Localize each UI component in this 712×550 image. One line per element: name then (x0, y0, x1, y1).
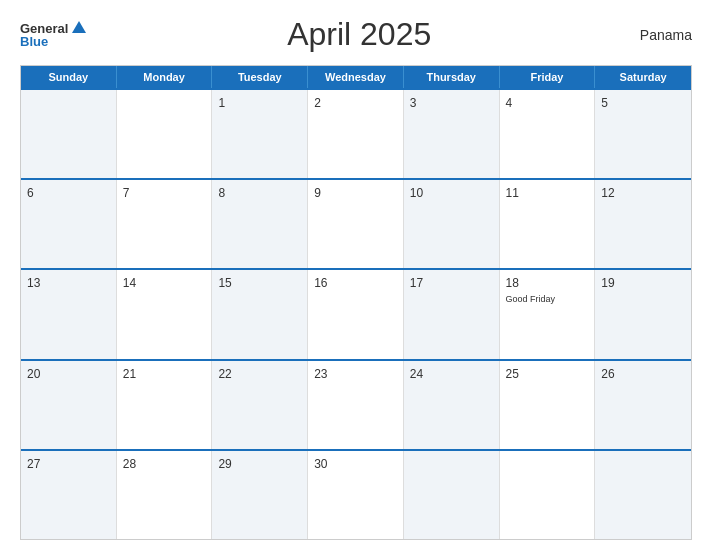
cell-w1-d7: 5 (595, 90, 691, 178)
cell-date-w2-d1: 6 (27, 185, 34, 202)
cell-date-w3-d7: 19 (601, 275, 614, 292)
cell-date-w4-d6: 25 (506, 366, 519, 383)
cell-w2-d3: 8 (212, 180, 308, 268)
cell-w5-d7 (595, 451, 691, 539)
cell-w5-d2: 28 (117, 451, 213, 539)
cell-w1-d4: 2 (308, 90, 404, 178)
col-sunday: Sunday (21, 66, 117, 88)
cell-w2-d6: 11 (500, 180, 596, 268)
calendar-week-3: 131415161718Good Friday19 (21, 268, 691, 358)
cell-w2-d1: 6 (21, 180, 117, 268)
col-monday: Monday (117, 66, 213, 88)
col-saturday: Saturday (595, 66, 691, 88)
calendar-week-2: 6789101112 (21, 178, 691, 268)
cell-date-w1-d7: 5 (601, 95, 608, 112)
col-thursday: Thursday (404, 66, 500, 88)
cell-w4-d4: 23 (308, 361, 404, 449)
logo-triangle-icon (72, 21, 86, 33)
col-friday: Friday (500, 66, 596, 88)
calendar-week-5: 27282930 (21, 449, 691, 539)
cell-date-w4-d2: 21 (123, 366, 136, 383)
header: General Blue April 2025 Panama (20, 16, 692, 53)
cell-date-w2-d3: 8 (218, 185, 225, 202)
cell-w1-d3: 1 (212, 90, 308, 178)
cell-date-w4-d7: 26 (601, 366, 614, 383)
cell-w4-d6: 25 (500, 361, 596, 449)
cell-w4-d3: 22 (212, 361, 308, 449)
logo: General Blue (20, 21, 86, 48)
cell-event-w3-d6: Good Friday (506, 294, 556, 306)
cell-date-w1-d6: 4 (506, 95, 513, 112)
cell-date-w2-d4: 9 (314, 185, 321, 202)
cell-w5-d6 (500, 451, 596, 539)
cell-w1-d1 (21, 90, 117, 178)
cell-date-w2-d2: 7 (123, 185, 130, 202)
cell-date-w4-d1: 20 (27, 366, 40, 383)
cell-w5-d3: 29 (212, 451, 308, 539)
cell-date-w3-d4: 16 (314, 275, 327, 292)
cell-w3-d4: 16 (308, 270, 404, 358)
cell-w1-d6: 4 (500, 90, 596, 178)
cell-date-w4-d5: 24 (410, 366, 423, 383)
cell-w4-d7: 26 (595, 361, 691, 449)
cell-w1-d5: 3 (404, 90, 500, 178)
cell-w2-d5: 10 (404, 180, 500, 268)
cell-date-w1-d4: 2 (314, 95, 321, 112)
country-label: Panama (632, 27, 692, 43)
cell-date-w2-d6: 11 (506, 185, 519, 202)
page: General Blue April 2025 Panama Sunday Mo… (0, 0, 712, 550)
cell-w3-d5: 17 (404, 270, 500, 358)
cell-date-w4-d3: 22 (218, 366, 231, 383)
calendar: Sunday Monday Tuesday Wednesday Thursday… (20, 65, 692, 540)
cell-w5-d1: 27 (21, 451, 117, 539)
cell-date-w3-d1: 13 (27, 275, 40, 292)
col-wednesday: Wednesday (308, 66, 404, 88)
cell-date-w1-d3: 1 (218, 95, 225, 112)
cell-date-w5-d2: 28 (123, 456, 136, 473)
cell-w5-d5 (404, 451, 500, 539)
cell-date-w3-d6: 18 (506, 275, 519, 292)
cell-date-w3-d3: 15 (218, 275, 231, 292)
cell-w1-d2 (117, 90, 213, 178)
cell-date-w3-d5: 17 (410, 275, 423, 292)
cell-w4-d1: 20 (21, 361, 117, 449)
cell-date-w2-d5: 10 (410, 185, 423, 202)
cell-date-w2-d7: 12 (601, 185, 614, 202)
cell-date-w1-d5: 3 (410, 95, 417, 112)
calendar-header: Sunday Monday Tuesday Wednesday Thursday… (21, 66, 691, 88)
calendar-week-4: 20212223242526 (21, 359, 691, 449)
cell-date-w3-d2: 14 (123, 275, 136, 292)
cell-date-w4-d4: 23 (314, 366, 327, 383)
calendar-body: 123456789101112131415161718Good Friday19… (21, 88, 691, 539)
month-title: April 2025 (86, 16, 632, 53)
logo-blue-text: Blue (20, 35, 48, 48)
cell-w3-d1: 13 (21, 270, 117, 358)
cell-w3-d3: 15 (212, 270, 308, 358)
cell-w2-d7: 12 (595, 180, 691, 268)
calendar-week-1: 12345 (21, 88, 691, 178)
cell-w2-d4: 9 (308, 180, 404, 268)
cell-w3-d7: 19 (595, 270, 691, 358)
cell-date-w5-d1: 27 (27, 456, 40, 473)
cell-date-w5-d3: 29 (218, 456, 231, 473)
cell-w5-d4: 30 (308, 451, 404, 539)
logo-general-text: General (20, 22, 68, 35)
cell-w3-d2: 14 (117, 270, 213, 358)
cell-date-w5-d4: 30 (314, 456, 327, 473)
cell-w4-d2: 21 (117, 361, 213, 449)
cell-w3-d6: 18Good Friday (500, 270, 596, 358)
cell-w2-d2: 7 (117, 180, 213, 268)
cell-w4-d5: 24 (404, 361, 500, 449)
col-tuesday: Tuesday (212, 66, 308, 88)
